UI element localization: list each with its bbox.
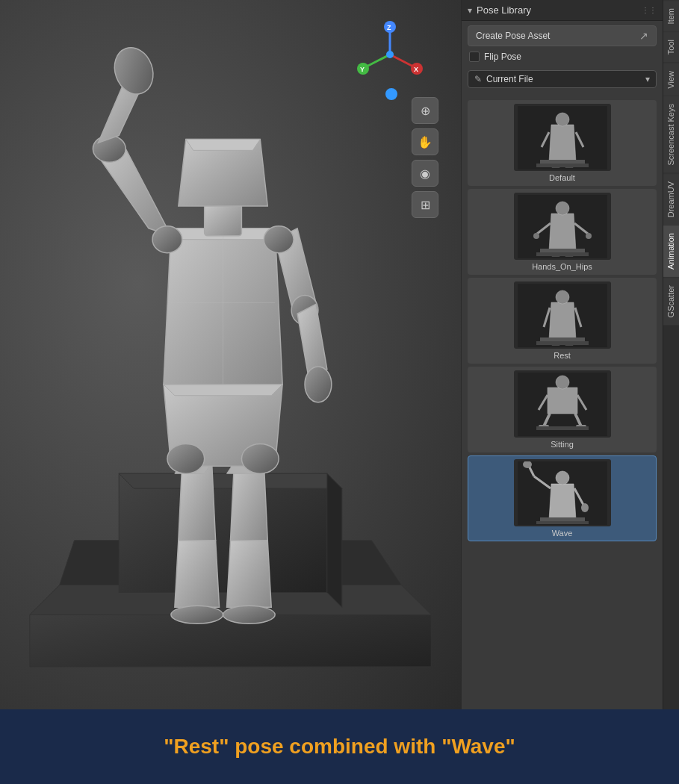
- side-tabs: Item Tool View Screencast Keys DreamUV A…: [663, 0, 679, 709]
- orbit-tool-btn[interactable]: ◉: [412, 160, 438, 187]
- pose-thumbnail-default: [514, 104, 611, 171]
- svg-point-60: [586, 233, 592, 239]
- flip-pose-row: Flip Pose: [468, 49, 657, 64]
- current-file-label: Current File: [486, 74, 645, 84]
- viewport-toolbar: ⊕ ✋ ◉ ⊞: [412, 97, 438, 218]
- pose-item-sitting[interactable]: Sitting: [468, 367, 657, 452]
- svg-marker-15: [164, 385, 282, 396]
- svg-rect-53: [536, 164, 589, 167]
- pose-thumbnail-sitting: [514, 370, 611, 438]
- panel-actions: Create Pose Asset ↗ Flip Pose ✎ Current …: [462, 21, 663, 96]
- svg-point-86: [556, 471, 569, 485]
- svg-marker-4: [119, 473, 342, 488]
- side-tab-screencast-keys[interactable]: Screencast Keys: [663, 96, 679, 173]
- svg-text:Y: Y: [360, 66, 365, 73]
- svg-point-67: [556, 290, 569, 304]
- svg-rect-95: [536, 521, 589, 524]
- grid-tool-btn[interactable]: ⊞: [412, 191, 438, 218]
- svg-marker-55: [549, 214, 576, 251]
- svg-marker-8: [175, 541, 220, 608]
- svg-rect-63: [540, 249, 585, 252]
- viewport-gizmo: Z Y X: [356, 21, 424, 88]
- pan-tool-btn[interactable]: ✋: [412, 128, 438, 155]
- pose-item-default[interactable]: Default: [468, 100, 657, 186]
- pose-item-hands-on-hips[interactable]: Hands_On_Hips: [468, 189, 657, 275]
- svg-rect-64: [536, 252, 589, 256]
- svg-text:Z: Z: [387, 24, 391, 31]
- file-selector[interactable]: ✎ Current File ▾: [468, 70, 657, 88]
- right-panel: ▾ Pose Library ⋮⋮ Create Pose Asset ↗ Fl…: [461, 0, 663, 709]
- svg-line-38: [365, 55, 390, 67]
- pose-thumbnail-rest: [514, 281, 611, 349]
- svg-rect-52: [540, 160, 585, 164]
- bottom-caption: "Rest" pose combined with "Wave": [0, 709, 679, 784]
- svg-rect-94: [540, 517, 585, 521]
- viewport: Z Y X ⊕ ✋ ◉: [0, 0, 461, 709]
- svg-point-34: [241, 444, 279, 473]
- svg-point-31: [152, 226, 182, 253]
- pose-name-sitting: Sitting: [551, 440, 574, 449]
- svg-marker-46: [549, 125, 576, 162]
- svg-point-23: [108, 42, 160, 99]
- pose-grid: Default: [462, 96, 663, 546]
- svg-point-32: [264, 226, 294, 253]
- create-pose-button[interactable]: Create Pose Asset ↗: [468, 25, 657, 46]
- svg-marker-10: [231, 462, 268, 540]
- pose-library-panel: ▾ Pose Library ⋮⋮ Create Pose Asset ↗ Fl…: [462, 0, 663, 709]
- blue-dot-indicator: [385, 88, 397, 100]
- pose-name-rest: Rest: [554, 351, 571, 360]
- svg-marker-85: [549, 484, 576, 520]
- panel-title: Pose Library: [477, 4, 642, 16]
- side-tab-view[interactable]: View: [663, 63, 679, 96]
- svg-point-56: [556, 202, 569, 215]
- svg-point-13: [223, 606, 276, 623]
- svg-point-47: [556, 113, 569, 126]
- svg-point-59: [533, 233, 539, 239]
- svg-rect-83: [536, 426, 589, 430]
- svg-point-33: [167, 444, 205, 473]
- svg-point-76: [556, 376, 569, 389]
- zoom-tool-btn[interactable]: ⊕: [412, 97, 438, 124]
- dropdown-arrow-icon: ▾: [645, 74, 650, 84]
- caption-text: "Rest" pose combined with "Wave": [164, 735, 515, 759]
- svg-line-41: [390, 55, 415, 67]
- flip-pose-checkbox[interactable]: [469, 52, 480, 62]
- pose-thumbnail-hands-on-hips: [514, 193, 611, 260]
- pose-thumbnail-wave: [514, 459, 611, 526]
- pose-item-rest[interactable]: Rest: [468, 278, 657, 364]
- svg-marker-26: [297, 304, 327, 377]
- svg-marker-66: [549, 302, 576, 340]
- svg-marker-12: [227, 541, 272, 608]
- svg-marker-6: [179, 462, 216, 540]
- svg-marker-75: [548, 388, 577, 414]
- svg-point-44: [386, 51, 394, 58]
- svg-marker-5: [327, 473, 342, 607]
- svg-point-9: [171, 606, 223, 623]
- svg-point-91: [581, 503, 589, 512]
- pose-item-wave[interactable]: Wave: [468, 455, 657, 541]
- svg-rect-72: [540, 337, 585, 341]
- side-tab-tool[interactable]: Tool: [663, 31, 679, 62]
- pose-name-wave: Wave: [552, 529, 573, 538]
- flip-pose-label: Flip Pose: [484, 52, 521, 62]
- create-pose-icon: ↗: [639, 30, 648, 42]
- pose-name-default: Default: [549, 173, 575, 182]
- svg-rect-73: [536, 341, 589, 345]
- side-tab-dreamuv[interactable]: DreamUV: [663, 173, 679, 225]
- pose-name-hands-on-hips: Hands_On_Hips: [532, 262, 592, 271]
- svg-marker-30: [186, 139, 261, 150]
- panel-menu-icon[interactable]: ⋮⋮: [642, 6, 657, 14]
- svg-rect-28: [205, 202, 242, 236]
- side-tab-animation[interactable]: Animation: [663, 225, 679, 277]
- panel-header: ▾ Pose Library ⋮⋮: [462, 0, 663, 21]
- svg-rect-3: [119, 473, 327, 592]
- collapse-icon[interactable]: ▾: [468, 5, 472, 16]
- svg-text:X: X: [414, 66, 418, 73]
- side-tab-gscatter[interactable]: GScatter: [663, 277, 679, 325]
- file-icon: ✎: [474, 74, 482, 84]
- create-pose-label: Create Pose Asset: [476, 31, 550, 41]
- side-tab-item[interactable]: Item: [663, 0, 679, 31]
- svg-point-27: [305, 367, 332, 402]
